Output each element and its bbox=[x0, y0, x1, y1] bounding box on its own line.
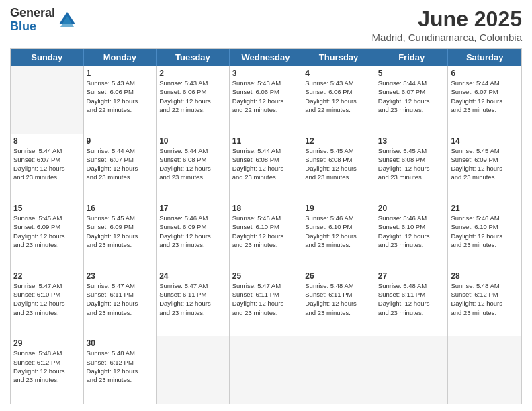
cal-cell-22: 22Sunrise: 5:47 AMSunset: 6:10 PMDayligh… bbox=[11, 269, 84, 336]
day-number: 28 bbox=[451, 271, 519, 281]
cell-text: Sunrise: 5:45 AM bbox=[305, 146, 372, 155]
day-number: 9 bbox=[87, 136, 154, 146]
cell-text: Sunset: 6:11 PM bbox=[232, 290, 300, 299]
cal-cell-19: 19Sunrise: 5:46 AMSunset: 6:10 PMDayligh… bbox=[302, 201, 375, 269]
day-number: 19 bbox=[305, 203, 372, 213]
logo-blue: Blue bbox=[10, 20, 55, 34]
logo: General Blue bbox=[10, 7, 77, 34]
cell-text: Daylight: 12 hours bbox=[378, 164, 445, 173]
calendar-row-4: 29Sunrise: 5:48 AMSunset: 6:12 PMDayligh… bbox=[11, 336, 521, 404]
cal-cell-28: 28Sunrise: 5:48 AMSunset: 6:12 PMDayligh… bbox=[448, 269, 521, 336]
cell-text: Daylight: 12 hours bbox=[451, 299, 519, 308]
location: Madrid, Cundinamarca, Colombia bbox=[372, 32, 522, 43]
cell-text: Sunrise: 5:46 AM bbox=[378, 214, 445, 222]
header-day-sunday: Sunday bbox=[11, 49, 84, 66]
cell-text: Sunrise: 5:44 AM bbox=[87, 146, 154, 155]
cell-text: Sunrise: 5:46 AM bbox=[451, 214, 519, 222]
day-number: 10 bbox=[159, 136, 226, 146]
day-number: 14 bbox=[451, 136, 519, 146]
cell-text: and 23 minutes. bbox=[451, 240, 519, 249]
cell-text: and 23 minutes. bbox=[451, 173, 519, 181]
day-number: 18 bbox=[232, 203, 300, 213]
cell-text: and 23 minutes. bbox=[87, 173, 154, 181]
cell-text: Daylight: 12 hours bbox=[451, 164, 519, 173]
day-number: 23 bbox=[87, 271, 154, 281]
page: General Blue June 2025 Madrid, Cundinama… bbox=[0, 0, 532, 411]
cell-text: Daylight: 12 hours bbox=[159, 232, 226, 240]
cell-text: Sunrise: 5:45 AM bbox=[87, 214, 154, 222]
day-number: 16 bbox=[87, 203, 154, 213]
cal-cell-29: 29Sunrise: 5:48 AMSunset: 6:12 PMDayligh… bbox=[11, 336, 84, 404]
cell-text: and 23 minutes. bbox=[378, 240, 445, 249]
day-number: 29 bbox=[13, 338, 81, 348]
cell-text: Sunset: 6:10 PM bbox=[13, 290, 81, 299]
cell-text: Sunrise: 5:47 AM bbox=[232, 281, 300, 290]
day-number: 20 bbox=[378, 203, 445, 213]
cell-text: Daylight: 12 hours bbox=[159, 164, 226, 173]
calendar-row-1: 8Sunrise: 5:44 AMSunset: 6:07 PMDaylight… bbox=[11, 134, 521, 201]
day-number: 1 bbox=[87, 68, 154, 78]
cal-cell-empty-4-3 bbox=[230, 336, 303, 404]
cell-text: Daylight: 12 hours bbox=[378, 232, 445, 240]
cell-text: Daylight: 12 hours bbox=[87, 232, 154, 240]
cell-text: and 23 minutes. bbox=[13, 308, 81, 317]
cell-text: Sunset: 6:09 PM bbox=[13, 222, 81, 231]
cal-cell-6: 6Sunrise: 5:44 AMSunset: 6:07 PMDaylight… bbox=[448, 66, 521, 134]
calendar-header: SundayMondayTuesdayWednesdayThursdayFrid… bbox=[11, 49, 521, 66]
cell-text: Sunset: 6:08 PM bbox=[305, 155, 372, 164]
cal-cell-2: 2Sunrise: 5:43 AMSunset: 6:06 PMDaylight… bbox=[157, 66, 230, 134]
cal-cell-4: 4Sunrise: 5:43 AMSunset: 6:06 PMDaylight… bbox=[302, 66, 375, 134]
cell-text: and 23 minutes. bbox=[378, 105, 445, 114]
calendar: SundayMondayTuesdayWednesdayThursdayFrid… bbox=[10, 48, 522, 404]
cal-cell-5: 5Sunrise: 5:44 AMSunset: 6:07 PMDaylight… bbox=[375, 66, 449, 134]
cell-text: Daylight: 12 hours bbox=[305, 164, 372, 173]
cell-text: and 23 minutes. bbox=[159, 308, 226, 317]
day-number: 3 bbox=[232, 68, 300, 78]
cell-text: Sunrise: 5:44 AM bbox=[13, 146, 81, 155]
cell-text: and 23 minutes. bbox=[232, 308, 300, 317]
header-day-tuesday: Tuesday bbox=[157, 49, 230, 66]
cell-text: Daylight: 12 hours bbox=[87, 367, 154, 375]
cell-text: Sunrise: 5:43 AM bbox=[232, 79, 300, 87]
cell-text: Daylight: 12 hours bbox=[232, 97, 300, 105]
calendar-row-3: 22Sunrise: 5:47 AMSunset: 6:10 PMDayligh… bbox=[11, 269, 521, 336]
cell-text: Sunset: 6:09 PM bbox=[159, 222, 226, 231]
cal-cell-empty-4-6 bbox=[448, 336, 521, 404]
cell-text: Sunset: 6:09 PM bbox=[451, 155, 519, 164]
cell-text: Sunrise: 5:46 AM bbox=[305, 214, 372, 222]
cal-cell-17: 17Sunrise: 5:46 AMSunset: 6:09 PMDayligh… bbox=[157, 201, 230, 269]
cell-text: Sunrise: 5:43 AM bbox=[159, 79, 226, 87]
cell-text: Daylight: 12 hours bbox=[13, 232, 81, 240]
cell-text: and 23 minutes. bbox=[232, 173, 300, 181]
header: General Blue June 2025 Madrid, Cundinama… bbox=[10, 7, 522, 43]
header-day-monday: Monday bbox=[84, 49, 157, 66]
day-number: 22 bbox=[13, 271, 81, 281]
cell-text: Sunrise: 5:47 AM bbox=[159, 281, 226, 290]
day-number: 24 bbox=[159, 271, 226, 281]
cell-text: Daylight: 12 hours bbox=[305, 299, 372, 308]
day-number: 4 bbox=[305, 68, 372, 78]
cell-text: and 22 minutes. bbox=[159, 105, 226, 114]
cell-text: Sunrise: 5:48 AM bbox=[378, 281, 445, 290]
cell-text: and 23 minutes. bbox=[87, 375, 154, 384]
cell-text: Daylight: 12 hours bbox=[87, 299, 154, 308]
cell-text: and 23 minutes. bbox=[305, 240, 372, 249]
day-number: 21 bbox=[451, 203, 519, 213]
cell-text: Sunset: 6:08 PM bbox=[232, 155, 300, 164]
logo-text: General Blue bbox=[10, 7, 55, 34]
cell-text: Daylight: 12 hours bbox=[159, 299, 226, 308]
day-number: 27 bbox=[378, 271, 445, 281]
cal-cell-21: 21Sunrise: 5:46 AMSunset: 6:10 PMDayligh… bbox=[448, 201, 521, 269]
cell-text: Sunset: 6:10 PM bbox=[378, 222, 445, 231]
cell-text: Daylight: 12 hours bbox=[232, 164, 300, 173]
cell-text: and 22 minutes. bbox=[87, 105, 154, 114]
cal-cell-27: 27Sunrise: 5:48 AMSunset: 6:11 PMDayligh… bbox=[375, 269, 449, 336]
day-number: 5 bbox=[378, 68, 445, 78]
cal-cell-18: 18Sunrise: 5:46 AMSunset: 6:10 PMDayligh… bbox=[230, 201, 303, 269]
cell-text: Sunset: 6:11 PM bbox=[159, 290, 226, 299]
cell-text: Daylight: 12 hours bbox=[13, 299, 81, 308]
cell-text: Sunset: 6:09 PM bbox=[87, 222, 154, 231]
cell-text: and 23 minutes. bbox=[451, 308, 519, 317]
cell-text: Sunrise: 5:47 AM bbox=[87, 281, 154, 290]
cell-text: Sunset: 6:11 PM bbox=[378, 290, 445, 299]
